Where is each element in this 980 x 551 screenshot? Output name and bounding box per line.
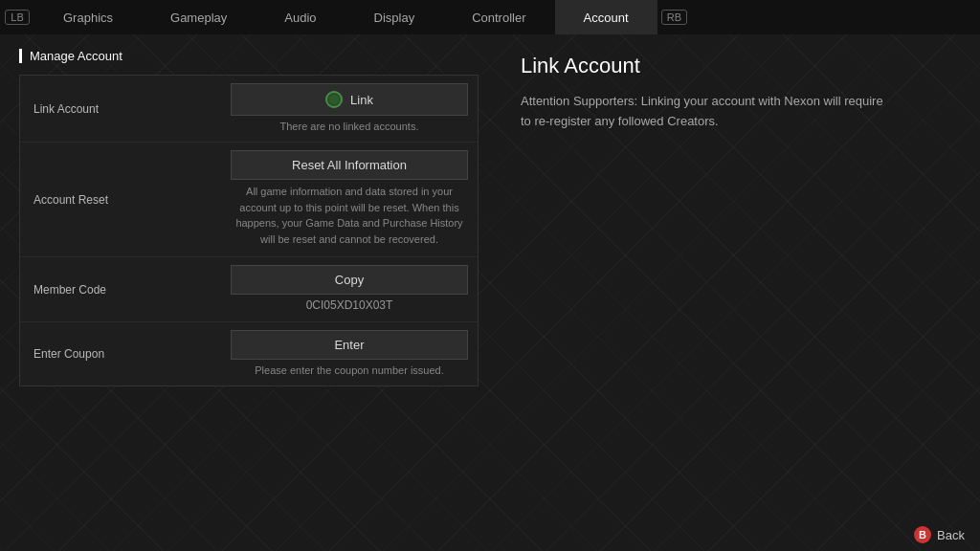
nav-item-graphics[interactable]: Graphics: [34, 0, 142, 34]
button-account-reset[interactable]: Reset All Information: [231, 150, 468, 180]
nav-item-display[interactable]: Display: [345, 0, 444, 34]
label-member-code: Member Code: [20, 272, 221, 308]
right-panel: Link Account Attention Supporters: Linki…: [498, 34, 980, 551]
bottom-bar: B Back: [899, 518, 980, 551]
settings-row-link-account: Link AccountLinkThere are no linked acco…: [20, 76, 478, 143]
left-panel: Manage Account Link AccountLinkThere are…: [0, 34, 498, 551]
label-link-account: Link Account: [20, 91, 221, 127]
button-label-member-code: Copy: [335, 273, 364, 287]
button-label-link-account: Link: [350, 93, 373, 107]
nav-item-account[interactable]: Account: [555, 0, 657, 34]
control-enter-coupon: EnterPlease enter the coupon number issu…: [221, 322, 478, 386]
lb-bumper[interactable]: LB: [0, 0, 34, 34]
nav-item-controller[interactable]: Controller: [443, 0, 554, 34]
section-title: Manage Account: [19, 49, 479, 63]
settings-row-member-code: Member CodeCopy0CI05XD10X03T: [20, 257, 478, 322]
settings-table: Link AccountLinkThere are no linked acco…: [19, 75, 479, 386]
settings-row-enter-coupon: Enter CouponEnterPlease enter the coupon…: [20, 322, 478, 386]
right-panel-title: Link Account: [521, 54, 957, 78]
control-account-reset: Reset All InformationAll game informatio…: [221, 143, 478, 256]
nav-item-audio[interactable]: Audio: [256, 0, 345, 34]
rb-icon: RB: [661, 10, 687, 25]
button-label-enter-coupon: Enter: [334, 338, 364, 352]
back-icon: B: [914, 526, 931, 543]
control-link-account: LinkThere are no linked accounts.: [221, 76, 478, 142]
control-member-code: Copy0CI05XD10X03T: [221, 257, 478, 321]
lb-icon: LB: [5, 10, 29, 25]
nav-bar: LB GraphicsGameplayAudioDisplayControlle…: [0, 0, 980, 34]
nav-item-gameplay[interactable]: Gameplay: [142, 0, 256, 34]
button-member-code[interactable]: Copy: [231, 265, 468, 295]
label-account-reset: Account Reset: [20, 182, 221, 218]
main-content: Manage Account Link AccountLinkThere are…: [0, 34, 980, 551]
member-code-value: 0CI05XD10X03T: [231, 295, 468, 314]
button-link-account[interactable]: Link: [231, 83, 468, 116]
link-circle-icon: [325, 91, 343, 108]
back-label[interactable]: Back: [937, 528, 965, 542]
sub-text-link-account: There are no linked accounts.: [231, 116, 468, 134]
settings-row-account-reset: Account ResetReset All InformationAll ga…: [20, 143, 478, 257]
sub-text-enter-coupon: Please enter the coupon number issued.: [231, 360, 468, 378]
rb-bumper[interactable]: RB: [657, 0, 692, 34]
label-enter-coupon: Enter Coupon: [20, 336, 221, 372]
nav-items: GraphicsGameplayAudioDisplayControllerAc…: [34, 0, 657, 34]
button-enter-coupon[interactable]: Enter: [231, 330, 468, 360]
description-account-reset: All game information and data stored in …: [231, 180, 468, 249]
button-label-account-reset: Reset All Information: [292, 158, 407, 172]
right-panel-desc: Attention Supporters: Linking your accou…: [521, 92, 884, 132]
